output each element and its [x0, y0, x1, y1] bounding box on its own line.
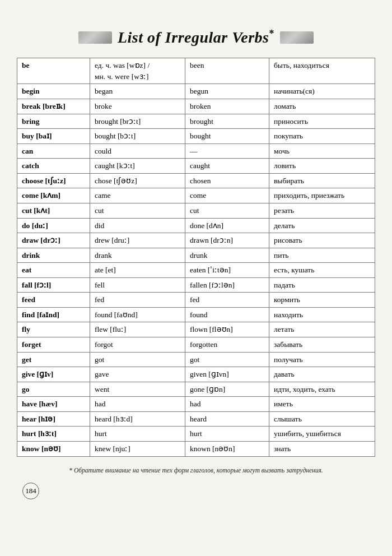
verb-participle: given [ɡɪvn]	[185, 367, 269, 382]
table-row: getgotgotполучать	[17, 352, 375, 367]
verb-participle: heard	[185, 411, 269, 427]
verb-past: bought [bɔːt]	[90, 129, 185, 144]
verb-base: bring	[17, 114, 90, 129]
verb-base: get	[17, 352, 90, 367]
verb-translation: ушибить, ушибиться	[269, 427, 375, 442]
verb-base: forget	[17, 337, 90, 353]
verb-past: hurt	[90, 427, 185, 442]
verb-base: feed	[17, 293, 90, 308]
verb-base: have [hæv]	[17, 397, 90, 412]
verb-past: chose [tʃəʊz]	[90, 173, 185, 188]
verb-base: be	[17, 58, 90, 84]
verb-participle: brought	[185, 114, 269, 129]
table-row: eatate [et]eaten [ˈiːtən]есть, кушать	[17, 263, 375, 278]
table-row: cancould—мочь	[17, 143, 375, 159]
verb-translation: начинать(ся)	[269, 84, 375, 99]
verb-past: drank	[90, 248, 185, 263]
verb-translation: резать	[269, 203, 375, 218]
verb-base: catch	[17, 159, 90, 174]
verb-participle: begun	[185, 84, 269, 99]
verb-translation: находить	[269, 307, 375, 322]
page-number: 184	[22, 483, 39, 499]
table-row: gowentgone [ɡɒn]идти, ходить, ехать	[17, 382, 375, 397]
verb-translation: падать	[269, 277, 375, 293]
verb-past: brought [brɔːt]	[90, 114, 185, 129]
table-row: fall [fɔːl]fellfallen [fɔːlən]падать	[17, 277, 375, 293]
verb-translation: ломать	[269, 99, 375, 114]
verb-past: ate [et]	[90, 263, 185, 278]
verb-participle: drawn [drɔːn]	[185, 233, 269, 248]
verb-past: knew [njuː]	[90, 441, 185, 456]
verb-base: draw [drɔː]	[17, 233, 90, 248]
verb-participle: hurt	[185, 427, 269, 442]
table-row: drinkdrankdrunkпить	[17, 248, 375, 263]
verb-past: broke	[90, 99, 185, 114]
verb-base: choose [tʃuːz]	[17, 173, 90, 188]
verb-base: drink	[17, 248, 90, 263]
verb-translation: получать	[269, 352, 375, 367]
verb-translation: пить	[269, 248, 375, 263]
verb-base: cut [kʌt]	[17, 203, 90, 218]
verb-base: find [faɪnd]	[17, 307, 90, 322]
table-row: beginbeganbegunначинать(ся)	[17, 84, 375, 99]
verb-participle: known [nəʊn]	[185, 441, 269, 456]
verb-past: came	[90, 188, 185, 203]
verb-participle: chosen	[185, 173, 269, 188]
table-row: find [faɪnd]found [faʊnd]foundнаходить	[17, 307, 375, 322]
page-title-area: List of Irregular Verbs*	[17, 28, 375, 47]
verb-participle: flown [fləʊn]	[185, 322, 269, 337]
verb-past: caught [kɔːt]	[90, 159, 185, 174]
table-row: forgetforgotforgottenзабывать	[17, 337, 375, 353]
verb-participle: been	[185, 58, 269, 84]
verb-past: forgot	[90, 337, 185, 353]
verb-participle: —	[185, 143, 269, 159]
table-row: hurt [hɜːt]hurthurtушибить, ушибиться	[17, 427, 375, 442]
verb-past: did	[90, 218, 185, 233]
verb-participle: fed	[185, 293, 269, 308]
verb-translation: мочь	[269, 143, 375, 159]
verb-participle: gone [ɡɒn]	[185, 382, 269, 397]
table-row: beед. ч. was [wɒz] /мн. ч. were [wɜː]bee…	[17, 58, 375, 84]
verb-past: ед. ч. was [wɒz] /мн. ч. were [wɜː]	[90, 58, 185, 84]
table-row: flyflew [fluː]flown [fləʊn]летать	[17, 322, 375, 337]
verb-past: began	[90, 84, 185, 99]
verb-participle: done [dʌn]	[185, 218, 269, 233]
verb-base: fly	[17, 322, 90, 337]
verb-past: had	[90, 397, 185, 412]
verb-translation: ловить	[269, 159, 375, 174]
verb-participle: eaten [ˈiːtən]	[185, 263, 269, 278]
verb-past: flew [fluː]	[90, 322, 185, 337]
verb-base: eat	[17, 263, 90, 278]
verb-translation: кормить	[269, 293, 375, 308]
verb-translation: летать	[269, 322, 375, 337]
verb-base: hurt [hɜːt]	[17, 427, 90, 442]
verb-base: hear [hɪə]	[17, 411, 90, 427]
verb-translation: приходить, приезжать	[269, 188, 375, 203]
table-row: break [breɪk]brokebrokenломать	[17, 99, 375, 114]
verb-base: can	[17, 143, 90, 159]
verb-translation: идти, ходить, ехать	[269, 382, 375, 397]
table-row: give [ɡɪv]gavegiven [ɡɪvn]давать	[17, 367, 375, 382]
title-decoration-left	[78, 31, 112, 44]
verb-base: buy [baɪ]	[17, 129, 90, 144]
verb-past: cut	[90, 203, 185, 218]
verb-translation: выбирать	[269, 173, 375, 188]
verb-past: heard [hɜːd]	[90, 411, 185, 427]
table-row: hear [hɪə]heard [hɜːd]heardслышать	[17, 411, 375, 427]
verb-participle: caught	[185, 159, 269, 174]
title-decoration-right	[280, 31, 314, 44]
verb-base: begin	[17, 84, 90, 99]
table-row: do [duː]diddone [dʌn]делать	[17, 218, 375, 233]
table-row: bringbrought [brɔːt]broughtприносить	[17, 114, 375, 129]
verb-base: give [ɡɪv]	[17, 367, 90, 382]
verb-translation: иметь	[269, 397, 375, 412]
verb-translation: рисовать	[269, 233, 375, 248]
table-row: know [nəʊ]knew [njuː]known [nəʊn]знать	[17, 441, 375, 456]
verb-participle: had	[185, 397, 269, 412]
table-row: choose [tʃuːz]chose [tʃəʊz]chosenвыбират…	[17, 173, 375, 188]
verb-translation: приносить	[269, 114, 375, 129]
verb-translation: есть, кушать	[269, 263, 375, 278]
verb-base: do [duː]	[17, 218, 90, 233]
page-title: List of Irregular Verbs*	[118, 28, 274, 47]
verb-translation: забывать	[269, 337, 375, 353]
